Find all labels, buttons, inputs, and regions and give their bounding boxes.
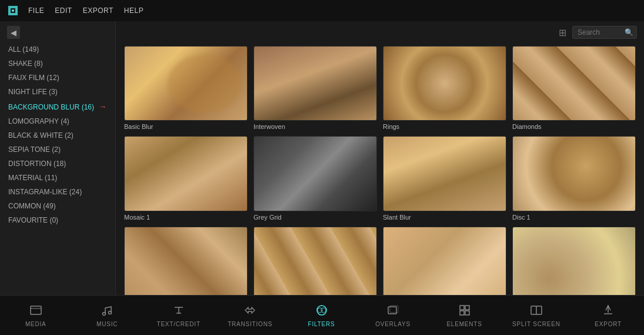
sidebar-item-lomography[interactable]: LOMOGRAPHY (4) bbox=[0, 114, 115, 128]
menu-export[interactable]: EXPORT bbox=[83, 6, 114, 15]
main-layout: ◀ ALL (149) SHAKE (8) FAUX FILM (12) NIG… bbox=[0, 21, 644, 295]
overlays-label: OVERLAYS bbox=[375, 321, 411, 327]
filter-thumbnail bbox=[512, 227, 636, 295]
export-icon bbox=[602, 304, 615, 319]
filter-name: Basic Blur bbox=[124, 123, 248, 130]
filters-label: FILTERS bbox=[308, 321, 335, 327]
filter-name: Grey Grid bbox=[253, 214, 377, 221]
overlays-icon bbox=[386, 304, 399, 319]
split-screen-icon bbox=[530, 304, 543, 319]
sidebar-item-favourite[interactable]: FAVOURITE (0) bbox=[0, 213, 115, 227]
toolbar-media[interactable]: MEDIA bbox=[12, 304, 59, 327]
filter-thumbnail bbox=[253, 227, 377, 295]
toolbar-filters[interactable]: FILTERS bbox=[298, 304, 345, 327]
toolbar-transitions[interactable]: TRANSITIONS bbox=[226, 304, 273, 327]
filter-thumbnail bbox=[253, 136, 377, 211]
filter-thumbnail bbox=[124, 136, 248, 211]
menu-edit[interactable]: EDIT bbox=[55, 6, 72, 15]
filter-item-slant-blur[interactable]: Slant Blur bbox=[383, 136, 506, 220]
sidebar-item-background-blur[interactable]: BACKGROUND BLUR (16) → bbox=[0, 99, 115, 114]
sidebar-item-shake[interactable]: SHAKE (8) bbox=[0, 57, 115, 71]
search-icon: 🔍 bbox=[625, 28, 633, 37]
elements-icon bbox=[458, 304, 471, 319]
filter-item-grey-grid[interactable]: Grey Grid bbox=[253, 136, 377, 220]
toolbar-overlays[interactable]: OVERLAYS bbox=[369, 304, 416, 327]
transitions-label: TRANSITIONS bbox=[228, 321, 272, 327]
sidebar-item-instagram-like[interactable]: INSTAGRAM-LIKE (24) bbox=[0, 185, 115, 199]
menu-file[interactable]: FILE bbox=[28, 6, 44, 15]
filter-item-mosaic-2[interactable]: Mosaic 2 bbox=[124, 227, 248, 295]
music-icon bbox=[101, 304, 114, 319]
grid-icon: ⊞ bbox=[559, 28, 566, 38]
text-icon bbox=[172, 304, 185, 319]
filter-item-frosted[interactable]: Frosted bbox=[383, 227, 506, 295]
sidebar-item-material[interactable]: MATERIAL (11) bbox=[0, 171, 115, 185]
toolbar-export[interactable]: EXPORT bbox=[585, 304, 632, 327]
filter-thumbnail bbox=[383, 46, 506, 121]
sidebar-item-all[interactable]: ALL (149) bbox=[0, 42, 115, 57]
sidebar: ◀ ALL (149) SHAKE (8) FAUX FILM (12) NIG… bbox=[0, 21, 116, 295]
filter-grid: Basic BlurInterwovenRingsDiamondsMosaic … bbox=[116, 44, 644, 295]
filter-item-scales[interactable]: Scales bbox=[253, 227, 377, 295]
toolbar-elements[interactable]: ELEMENTS bbox=[441, 304, 488, 327]
media-label: MEDIA bbox=[25, 321, 46, 327]
sidebar-item-common[interactable]: COMMON (49) bbox=[0, 199, 115, 213]
filter-item-basic-blur[interactable]: Basic Blur bbox=[124, 46, 248, 130]
sidebar-item-sepia-tone[interactable]: SEPIA TONE (2) bbox=[0, 142, 115, 157]
filter-name: Mosaic 1 bbox=[124, 214, 248, 221]
svg-point-8 bbox=[321, 308, 326, 313]
sidebar-header: ◀ bbox=[0, 26, 115, 42]
filters-icon bbox=[315, 304, 328, 319]
toolbar-music[interactable]: MUSIC bbox=[84, 304, 131, 327]
elements-label: ELEMENTS bbox=[446, 321, 482, 327]
music-label: MUSIC bbox=[96, 321, 118, 327]
filter-thumbnail bbox=[512, 136, 636, 211]
filter-item-disc-1[interactable]: Disc 1 bbox=[512, 136, 636, 220]
filter-name: Disc 1 bbox=[512, 214, 636, 221]
filter-name: Rings bbox=[383, 123, 506, 130]
text-credit-label: TEXT/CREDIT bbox=[156, 321, 200, 327]
filter-item-interwoven[interactable]: Interwoven bbox=[253, 46, 377, 130]
filter-item-rings[interactable]: Rings bbox=[383, 46, 506, 130]
filter-name: Interwoven bbox=[253, 123, 377, 130]
filter-name: Diamonds bbox=[512, 123, 636, 130]
filter-item-mosaic-1[interactable]: Mosaic 1 bbox=[124, 136, 248, 220]
svg-rect-13 bbox=[460, 311, 464, 315]
filter-name: Slant Blur bbox=[383, 214, 506, 221]
filter-thumbnail bbox=[383, 227, 506, 295]
toolbar-text-credit[interactable]: TEXT/CREDIT bbox=[155, 304, 202, 327]
bottom-toolbar: MEDIA MUSIC TEXT/CREDIT TRANSITIONS bbox=[0, 295, 644, 335]
menu-help[interactable]: HELP bbox=[124, 6, 144, 15]
back-button[interactable]: ◀ bbox=[7, 26, 20, 39]
grid-view-button[interactable]: ⊞ bbox=[559, 27, 566, 38]
filter-thumbnail bbox=[124, 227, 248, 295]
sidebar-item-faux-film[interactable]: FAUX FILM (12) bbox=[0, 71, 115, 85]
filter-thumbnail bbox=[253, 46, 377, 121]
filter-thumbnail bbox=[383, 136, 506, 211]
content-area: ⊞ 🔍 Basic BlurInterwovenRingsDiamondsMos… bbox=[116, 21, 644, 295]
sidebar-list: ALL (149) SHAKE (8) FAUX FILM (12) NIGHT… bbox=[0, 42, 115, 290]
app-logo bbox=[6, 4, 20, 18]
sidebar-item-distortion[interactable]: DISTORTION (18) bbox=[0, 157, 115, 171]
active-arrow-icon: → bbox=[98, 102, 106, 111]
sidebar-item-black-white[interactable]: BLACK & WHITE (2) bbox=[0, 128, 115, 142]
svg-point-2 bbox=[12, 9, 14, 12]
filter-item-static[interactable]: Static bbox=[512, 227, 636, 295]
media-icon bbox=[29, 304, 42, 319]
svg-rect-11 bbox=[460, 306, 464, 310]
sidebar-item-night-life[interactable]: NIGHT LIFE (3) bbox=[0, 85, 115, 99]
export-label: EXPORT bbox=[595, 321, 622, 327]
svg-point-6 bbox=[317, 306, 326, 315]
content-header: ⊞ 🔍 bbox=[116, 21, 644, 44]
svg-rect-14 bbox=[465, 311, 469, 315]
search-input[interactable] bbox=[578, 28, 625, 37]
toolbar-split-screen[interactable]: SPLIT SCREEN bbox=[512, 304, 560, 327]
svg-point-5 bbox=[109, 311, 112, 314]
menu-bar: FILE EDIT EXPORT HELP bbox=[0, 0, 644, 21]
search-box: 🔍 bbox=[572, 26, 637, 39]
filter-item-diamonds[interactable]: Diamonds bbox=[512, 46, 636, 130]
menu-items: FILE EDIT EXPORT HELP bbox=[28, 6, 144, 15]
filter-thumbnail bbox=[124, 46, 248, 121]
split-screen-label: SPLIT SCREEN bbox=[512, 321, 560, 327]
filter-thumbnail bbox=[512, 46, 636, 121]
